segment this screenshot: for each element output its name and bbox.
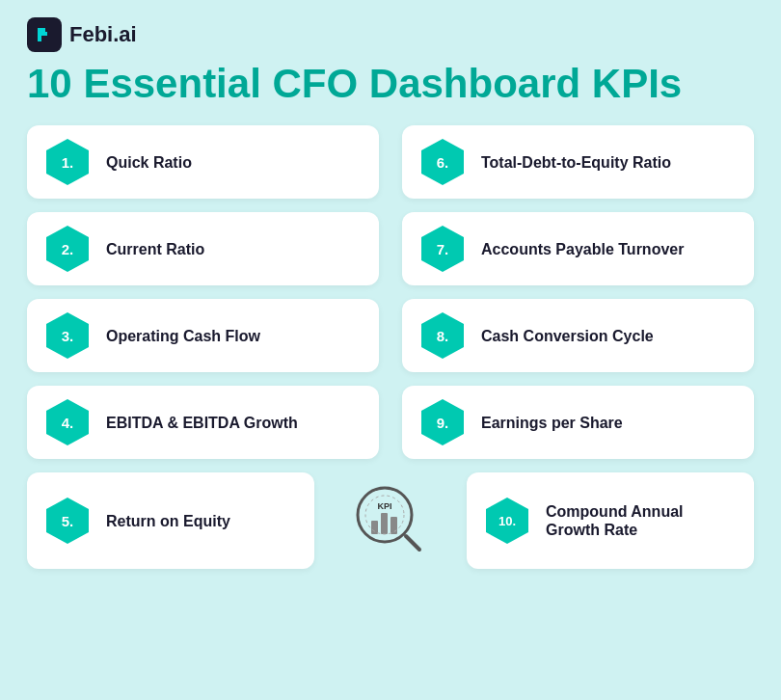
page-title: 10 Essential CFO Dashboard KPIs xyxy=(27,62,754,106)
kpi-number-2: 2. xyxy=(62,242,74,256)
main-container: Febi.ai 10 Essential CFO Dashboard KPIs … xyxy=(0,0,781,700)
kpi-item-3: 3. Operating Cash Flow xyxy=(27,299,379,372)
kpi-label-2: Current Ratio xyxy=(106,240,204,258)
kpi-label-10: Compound Annual Growth Rate xyxy=(546,502,739,539)
hex-badge-9: 9. xyxy=(417,397,468,447)
logo-text: Febi.ai xyxy=(69,22,137,47)
kpi-item-10: 10. Compound Annual Growth Rate xyxy=(467,472,754,569)
kpi-number-10: 10. xyxy=(498,515,516,527)
kpi-number-5: 5. xyxy=(62,514,74,528)
kpi-grid: 1. Quick Ratio 6. Total-Debt-to-Equity R… xyxy=(27,125,754,459)
svg-rect-11 xyxy=(371,521,378,534)
hex-badge-4: 4. xyxy=(42,397,93,447)
kpi-number-3: 3. xyxy=(62,329,74,343)
kpi-number-1: 1. xyxy=(62,155,74,170)
bottom-row: 5. Return on Equity KPI xyxy=(27,472,754,569)
svg-rect-12 xyxy=(381,513,388,534)
kpi-item-9: 9. Earnings per Share xyxy=(402,386,754,459)
kpi-label-9: Earnings per Share xyxy=(481,414,623,432)
hex-badge-8: 8. xyxy=(417,310,468,361)
hex-badge-1: 1. xyxy=(42,137,93,187)
hex-badge-7: 7. xyxy=(417,224,468,274)
kpi-number-4: 4. xyxy=(62,416,74,430)
hex-badge-2: 2. xyxy=(42,224,93,274)
hex-badge-3: 3. xyxy=(42,310,93,361)
kpi-item-2: 2. Current Ratio xyxy=(27,212,379,285)
hex-badge-5: 5. xyxy=(42,496,93,546)
kpi-label-1: Quick Ratio xyxy=(106,153,192,172)
logo-icon xyxy=(27,17,62,52)
svg-text:KPI: KPI xyxy=(377,501,391,511)
kpi-illustration: KPI xyxy=(337,472,444,569)
header: Febi.ai xyxy=(27,17,754,52)
kpi-item-6: 6. Total-Debt-to-Equity Ratio xyxy=(402,125,754,199)
hex-badge-6: 6. xyxy=(417,137,468,187)
kpi-item-1: 1. Quick Ratio xyxy=(27,125,379,199)
kpi-label-3: Operating Cash Flow xyxy=(106,327,260,345)
kpi-label-4: EBITDA & EBITDA Growth xyxy=(106,414,298,432)
kpi-label-7: Accounts Payable Turnover xyxy=(481,240,684,258)
kpi-number-7: 7. xyxy=(437,242,449,256)
kpi-item-5: 5. Return on Equity xyxy=(27,472,314,569)
svg-line-15 xyxy=(406,536,419,550)
kpi-number-6: 6. xyxy=(437,155,449,170)
kpi-item-7: 7. Accounts Payable Turnover xyxy=(402,212,754,285)
kpi-item-4: 4. EBITDA & EBITDA Growth xyxy=(27,386,379,459)
kpi-label-5: Return on Equity xyxy=(106,512,230,530)
kpi-search-icon: KPI xyxy=(342,472,439,569)
kpi-number-8: 8. xyxy=(437,329,449,343)
kpi-label-8: Cash Conversion Cycle xyxy=(481,327,654,345)
kpi-number-9: 9. xyxy=(437,416,449,430)
kpi-item-8: 8. Cash Conversion Cycle xyxy=(402,299,754,372)
svg-rect-0 xyxy=(41,28,45,32)
svg-rect-13 xyxy=(390,517,397,534)
hex-badge-10: 10. xyxy=(482,496,532,546)
kpi-label-6: Total-Debt-to-Equity Ratio xyxy=(481,153,671,172)
